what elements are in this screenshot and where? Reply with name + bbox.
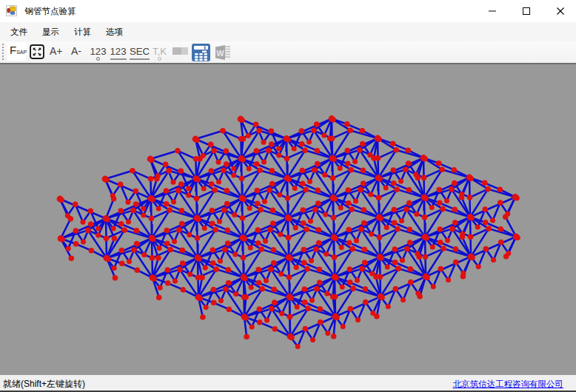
- svg-text:W: W: [216, 49, 224, 58]
